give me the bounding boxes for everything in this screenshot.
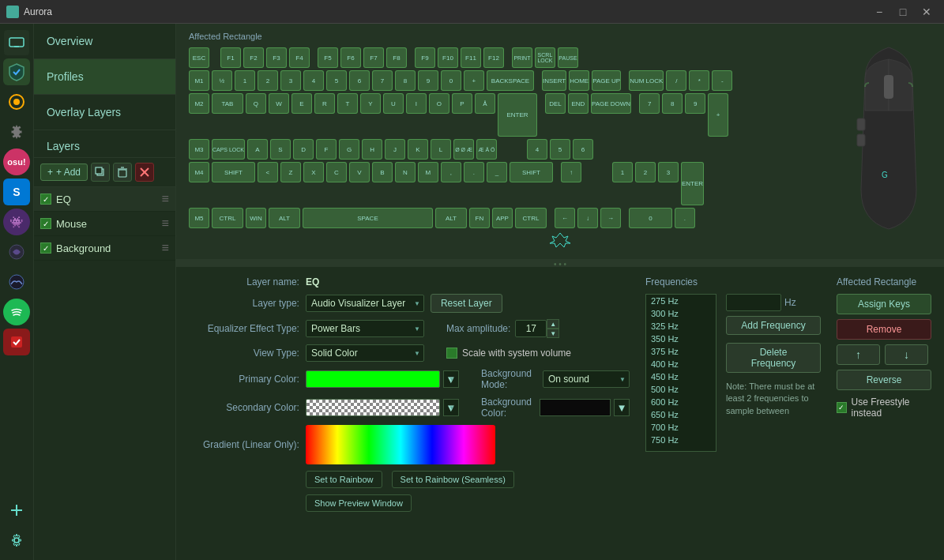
key-print[interactable]: PRINT (512, 47, 532, 68)
key-f7[interactable]: F7 (363, 47, 384, 68)
key-num6[interactable]: 6 (573, 139, 593, 160)
app-icon-plus[interactable] (3, 497, 30, 524)
freq-350[interactable]: 350 Hz (646, 333, 716, 345)
key-m5[interactable]: M5 (189, 208, 209, 228)
show-preview-button[interactable]: Show Preview Window (306, 494, 412, 512)
remove-button[interactable]: Remove (837, 319, 931, 340)
key-num7[interactable]: 7 (639, 93, 660, 114)
close-button[interactable]: ✕ (916, 4, 938, 20)
app-icon-settings[interactable] (3, 527, 30, 554)
key-num8[interactable]: 8 (662, 93, 683, 114)
key-m[interactable]: M (418, 162, 438, 182)
app-icon-spotify[interactable] (3, 299, 30, 325)
secondary-color-swatch[interactable] (306, 399, 440, 416)
key-end[interactable]: END (568, 93, 589, 114)
assign-keys-button[interactable]: Assign Keys (837, 294, 931, 314)
freq-275[interactable]: 275 Hz (646, 295, 716, 307)
key-f12[interactable]: F12 (483, 47, 504, 68)
key-pause[interactable]: PAUSE (558, 47, 578, 68)
app-icon-monitor[interactable] (4, 30, 29, 55)
nav-profiles[interactable]: Profiles (34, 59, 175, 95)
key-num4[interactable]: 4 (527, 139, 547, 160)
set-rainbow-button[interactable]: Set to Rainbow (306, 471, 382, 488)
add-frequency-button[interactable]: Add Frequency (726, 316, 821, 335)
key-downarrow[interactable]: ↓ (577, 208, 598, 228)
use-freestyle-checkbox[interactable]: ✓ (837, 402, 847, 413)
freq-300[interactable]: 300 Hz (646, 307, 716, 320)
layer-checkbox-background[interactable]: ✓ (40, 242, 51, 254)
key-caps[interactable]: CAPS LOCK (212, 139, 245, 160)
nav-overlay-layers[interactable]: Overlay Layers (34, 95, 175, 130)
key-m1[interactable]: M1 (189, 70, 209, 91)
key-h[interactable]: H (362, 139, 382, 160)
key-k[interactable]: K (408, 139, 428, 160)
app-icon-overwatch[interactable] (3, 88, 30, 115)
key-u[interactable]: U (383, 93, 404, 114)
key-ralt[interactable]: ALT (435, 208, 467, 228)
key-rightarrow[interactable]: → (600, 208, 621, 228)
secondary-color-dropdown-btn[interactable]: ▼ (443, 399, 459, 416)
key-m2[interactable]: M2 (189, 93, 209, 114)
key-v[interactable]: V (349, 162, 370, 182)
key-2[interactable]: 2 (258, 70, 278, 91)
freq-700[interactable]: 700 Hz (646, 421, 716, 434)
key-comma[interactable]: , (441, 162, 461, 182)
key-o[interactable]: O (429, 93, 449, 114)
freq-325[interactable]: 325 Hz (646, 320, 716, 333)
key-f8[interactable]: F8 (386, 47, 407, 68)
move-down-button[interactable]: ↓ (885, 344, 928, 365)
key-m4[interactable]: M4 (189, 162, 209, 182)
freq-750[interactable]: 750 Hz (646, 434, 716, 446)
key-aa[interactable]: Å (475, 93, 495, 114)
primary-color-swatch[interactable] (306, 370, 440, 388)
key-w[interactable]: W (269, 93, 289, 114)
key-minus[interactable]: + (464, 70, 484, 91)
delete-frequency-button[interactable]: Delete Frequency (726, 343, 821, 373)
primary-color-dropdown-btn[interactable]: ▼ (443, 370, 459, 388)
key-ae[interactable]: Æ Ä Ö (476, 139, 497, 160)
key-leftarrow[interactable]: ← (555, 208, 575, 228)
app-icon-skype[interactable]: S (3, 179, 30, 205)
layer-item-mouse[interactable]: ✓ Mouse ≡ (34, 212, 175, 236)
key-del[interactable]: DEL (545, 93, 566, 114)
key-3[interactable]: 3 (280, 70, 301, 91)
key-f10[interactable]: F10 (438, 47, 458, 68)
key-r[interactable]: R (314, 93, 335, 114)
key-uparrow[interactable]: ↑ (561, 162, 581, 182)
key-oslash[interactable]: Ø Ø Æ (453, 139, 474, 160)
freq-375[interactable]: 375 Hz (646, 345, 716, 358)
add-layer-button[interactable]: + + Add (40, 163, 88, 181)
copy-layer-button[interactable] (91, 163, 110, 182)
key-numenter[interactable]: ENTER (681, 162, 704, 205)
key-8[interactable]: 8 (395, 70, 416, 91)
key-numdiv[interactable]: / (666, 70, 686, 91)
key-f5[interactable]: F5 (318, 47, 338, 68)
key-t[interactable]: T (337, 93, 358, 114)
key-numdot[interactable]: . (675, 208, 695, 228)
key-f2[interactable]: F2 (243, 47, 264, 68)
key-f[interactable]: F (316, 139, 337, 160)
key-j[interactable]: J (385, 139, 405, 160)
key-num1[interactable]: 1 (612, 162, 633, 182)
key-esc[interactable]: ESC (189, 47, 209, 68)
amplitude-input[interactable] (515, 320, 547, 337)
key-num2[interactable]: 2 (635, 162, 656, 182)
gradient-bar[interactable] (306, 425, 495, 464)
key-7[interactable]: 7 (372, 70, 393, 91)
background-mode-select[interactable]: On sound (543, 370, 630, 388)
key-pgup[interactable]: PAGE UP (592, 70, 621, 91)
key-5[interactable]: 5 (326, 70, 347, 91)
key-slash[interactable]: _ (487, 162, 507, 182)
key-6[interactable]: 6 (349, 70, 370, 91)
background-color-dropdown-btn[interactable]: ▼ (614, 399, 630, 416)
key-lctrl[interactable]: CTRL (212, 208, 243, 228)
view-type-select[interactable]: Solid Color (306, 344, 424, 362)
hz-input[interactable] (726, 294, 781, 311)
key-p[interactable]: P (452, 93, 472, 114)
key-numplus[interactable]: + (708, 93, 728, 137)
app-icon-dark-icon[interactable] (3, 239, 30, 265)
scale-volume-checkbox[interactable] (446, 348, 457, 359)
app-icon-wings[interactable] (3, 269, 30, 295)
key-q[interactable]: Q (246, 93, 266, 114)
key-4[interactable]: 4 (303, 70, 324, 91)
